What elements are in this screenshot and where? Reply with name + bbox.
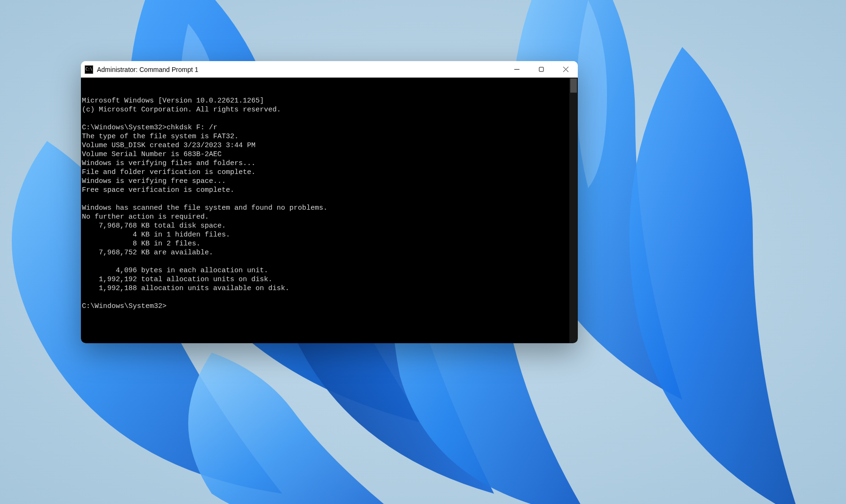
terminal-body[interactable]: Microsoft Windows [Version 10.0.22621.12… — [81, 78, 578, 343]
terminal-output: Microsoft Windows [Version 10.0.22621.12… — [82, 96, 577, 311]
scrollbar-thumb[interactable] — [570, 79, 577, 93]
scrollbar-track[interactable] — [569, 78, 578, 343]
cmd-icon: C:\ — [85, 65, 93, 74]
title-bar-left: C:\ Administrator: Command Prompt 1 — [85, 65, 199, 74]
title-bar[interactable]: C:\ Administrator: Command Prompt 1 — [81, 61, 578, 78]
maximize-button[interactable] — [529, 61, 553, 78]
close-button[interactable] — [553, 61, 578, 78]
command-prompt-window: C:\ Administrator: Command Prompt 1 Micr… — [81, 61, 578, 343]
svg-rect-2 — [539, 67, 543, 71]
window-title: Administrator: Command Prompt 1 — [97, 66, 199, 73]
window-controls — [504, 61, 578, 78]
minimize-button[interactable] — [504, 61, 529, 78]
